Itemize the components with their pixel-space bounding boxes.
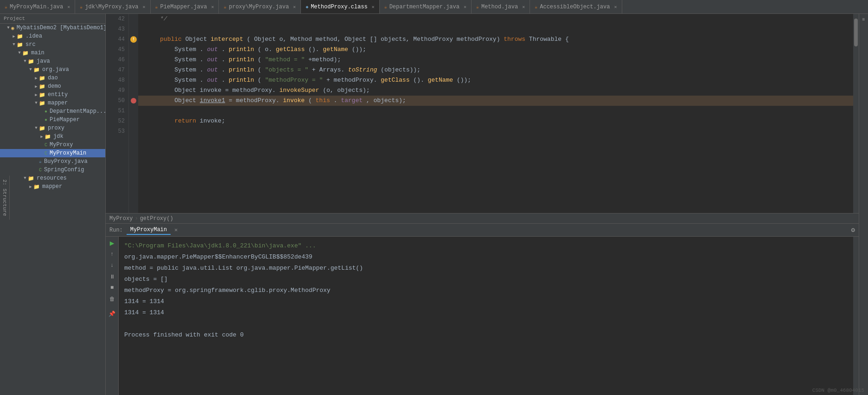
scroll-up-icon[interactable]: ↑ — [108, 250, 117, 259]
tree-item-myproxy[interactable]: C MyProxy — [0, 141, 105, 149]
code-area: 42 43 44 45 46 47 48 49 50 51 52 53 ! — [106, 14, 859, 395]
vertical-scrollbar[interactable] — [853, 14, 859, 213]
stop-icon[interactable]: ■ — [108, 283, 117, 292]
gutter-44[interactable]: ! — [129, 34, 138, 45]
gutter: ! — [129, 14, 138, 213]
output-line-0: "C:\Program Files\Java\jdk1.8.0_221\bin\… — [124, 240, 848, 252]
tree-item-java[interactable]: ▼ 📁 java — [0, 57, 105, 65]
gutter-47 — [129, 65, 138, 75]
tab-departmentmapper[interactable]: ☕ DepartmentMapper.java ✕ — [380, 0, 472, 13]
gutter-42 — [129, 14, 138, 24]
tree-item-main[interactable]: ▼ 📁 main — [0, 49, 105, 57]
structure-panel-label[interactable]: 2: Structure — [0, 175, 10, 220]
code-line-49: Object invoke = methodProxy. invokeSuper… — [138, 85, 853, 96]
main-area: Project ▼ ◉ MybatisDemo2 [MybatisDemo1] … — [0, 14, 868, 395]
folder-icon-orgjava: 📁 — [33, 67, 40, 73]
output-line-4: methodProxy = org.springframework.cglib.… — [124, 285, 848, 296]
tab-close-icon-7[interactable]: ✕ — [522, 4, 525, 10]
run-scrollbar[interactable] — [853, 237, 859, 395]
tree-item-myproxymain[interactable]: C MyProxyMain — [0, 149, 105, 157]
code-line-50: Object invoke1 = methodProxy. invoke ( t… — [138, 96, 853, 106]
output-line-6: 1314 = 1314 — [124, 307, 848, 318]
pin-icon[interactable]: 📌 — [108, 309, 117, 318]
java-file-icon-6: ☕ — [476, 4, 479, 10]
run-content-area: ▶ ↑ ↓ ⏸ ■ 🗑 📌 "C:\Program Files\Java\jdk… — [106, 237, 859, 395]
tab-bar-filler — [622, 0, 868, 13]
code-line-43 — [138, 24, 853, 34]
tree-item-resources[interactable]: ▼ 📁 resources — [0, 174, 105, 182]
java-file-icon-4: ☕ — [223, 4, 226, 10]
gutter-45 — [129, 45, 138, 55]
tree-item-orgjava[interactable]: ▼ 📁 org.java — [0, 65, 105, 74]
run-tools: ▶ ↑ ↓ ⏸ ■ 🗑 📌 — [106, 237, 119, 395]
tree-item-mapper-res[interactable]: ▶ 📁 mapper — [0, 182, 105, 191]
tab-method[interactable]: ☕ Method.java ✕ — [472, 0, 530, 13]
folder-icon-resources: 📁 — [28, 175, 34, 181]
tree-item-src[interactable]: ▼ 📁 src — [0, 40, 105, 49]
code-line-52: return invoke; — [138, 116, 853, 126]
tree-item-idea[interactable]: ▶ 📁 .idea — [0, 32, 105, 40]
tab-close-icon[interactable]: ✕ — [67, 4, 70, 10]
tree-item-jdk[interactable]: ▶ 📁 jdk — [0, 132, 105, 141]
tab-close-icon-3[interactable]: ✕ — [211, 4, 214, 10]
interface-icon-dept: ● — [45, 109, 47, 114]
code-content[interactable]: */ public Object intercept ( Object o, M… — [138, 14, 853, 213]
gutter-53 — [129, 126, 138, 136]
tree-item-root[interactable]: ▼ ◉ MybatisDemo2 [MybatisDemo1] — [0, 24, 105, 32]
pause-icon[interactable]: ⏸ — [108, 272, 117, 281]
class-icon-myproxy: C — [45, 142, 47, 148]
folder-icon-main: 📁 — [22, 50, 29, 56]
folder-icon-java: 📁 — [28, 58, 34, 65]
line-numbers: 42 43 44 45 46 47 48 49 50 51 52 53 — [106, 14, 129, 213]
tab-close-icon-2[interactable]: ✕ — [143, 4, 146, 10]
gutter-49 — [129, 85, 138, 96]
tree-item-proxy[interactable]: ▼ 📁 proxy — [0, 124, 105, 132]
java-icon-buyproxy: ☕ — [39, 159, 42, 164]
tab-jdkmyproxy[interactable]: ☕ jdk\MyProxy.java ✕ — [75, 0, 150, 13]
code-line-47: System . out . println ( "objects = " + … — [138, 65, 853, 75]
tab-close-icon-5[interactable]: ✕ — [372, 4, 375, 10]
scroll-down-icon[interactable]: ↓ — [108, 261, 117, 270]
scrollbar-thumb[interactable] — [854, 19, 858, 46]
output-line-1: org.java.mapper.PieMapper$$EnhancerByCGL… — [124, 252, 848, 263]
tree-item-springconfig[interactable]: C SpringConfig — [0, 166, 105, 174]
tree-item-piemapper[interactable]: ● PieMapper — [0, 116, 105, 124]
tab-myproxymain[interactable]: ☕ MyProxyMain.java ✕ — [0, 0, 75, 13]
output-line-3: objects = [] — [124, 274, 848, 285]
settings-icon[interactable]: ⚙ — [851, 226, 855, 234]
tab-bar: ☕ MyProxyMain.java ✕ ☕ jdk\MyProxy.java … — [0, 0, 868, 14]
clear-icon[interactable]: 🗑 — [108, 294, 117, 304]
tree-item-buyproxy[interactable]: ☕ BuyProxy.java — [0, 157, 105, 166]
tab-close-icon-8[interactable]: ✕ — [614, 4, 617, 10]
gutter-46 — [129, 55, 138, 65]
gutter-50[interactable] — [129, 96, 138, 106]
tab-accessibleobject[interactable]: ☕ AccessibleObject.java ✕ — [530, 0, 622, 13]
tab-proxymyproxy[interactable]: ☕ proxy\MyProxy.java ✕ — [219, 0, 301, 13]
folder-icon-demo: 📁 — [39, 84, 45, 90]
gutter-48 — [129, 75, 138, 85]
folder-icon-idea: 📁 — [17, 33, 23, 39]
code-line-51 — [138, 106, 853, 116]
code-editor[interactable]: 42 43 44 45 46 47 48 49 50 51 52 53 ! — [106, 14, 859, 213]
warning-breakpoint-icon: ! — [130, 36, 137, 43]
tab-close-icon-4[interactable]: ✕ — [293, 4, 296, 10]
structure-icon[interactable]: ≡ — [860, 16, 868, 23]
tab-methodproxy[interactable]: ◆ MethodProxy.class ✕ — [301, 0, 379, 13]
tree-item-dao[interactable]: ▶ 📁 dao — [0, 74, 105, 82]
gutter-52 — [129, 116, 138, 126]
tree-item-entity[interactable]: ▶ 📁 entity — [0, 91, 105, 99]
run-panel: Run: MyProxyMain ✕ ⚙ ▶ ↑ ↓ ⏸ ■ 🗑 📌 — [106, 223, 859, 395]
class-icon-springconfig: C — [39, 168, 42, 173]
watermark: CSDN @m0_46804015 — [812, 388, 864, 393]
tree-item-demo[interactable]: ▶ 📁 demo — [0, 82, 105, 91]
tab-close-icon-6[interactable]: ✕ — [464, 4, 466, 10]
sidebar: Project ▼ ◉ MybatisDemo2 [MybatisDemo1] … — [0, 14, 106, 395]
tree-item-departmentmapper[interactable]: ● DepartmentMapp... — [0, 107, 105, 116]
folder-icon-entity: 📁 — [39, 92, 45, 98]
tab-piemapper[interactable]: ☕ PieMapper.java ✕ — [151, 0, 219, 13]
run-tab-myproxymain[interactable]: MyProxyMain — [127, 226, 171, 235]
run-button[interactable]: ▶ — [108, 239, 117, 248]
gutter-43 — [129, 24, 138, 34]
code-line-45: System . out . println ( o. getClass ().… — [138, 45, 853, 55]
tree-item-mapper[interactable]: ▼ 📁 mapper — [0, 99, 105, 107]
